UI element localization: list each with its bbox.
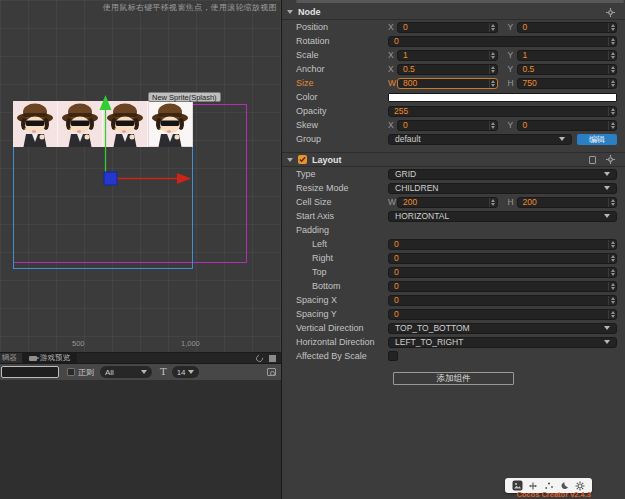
stepper-control[interactable]	[608, 310, 616, 319]
console-log-area[interactable]	[0, 380, 281, 499]
gear-icon[interactable]	[575, 481, 585, 491]
help-doc-icon[interactable]	[589, 156, 596, 164]
group-dropdown[interactable]: default	[388, 134, 572, 145]
cell-size-w-value: 200	[398, 198, 489, 207]
padding-bottom-field[interactable]: 0	[388, 281, 617, 292]
moon-icon[interactable]	[560, 481, 570, 491]
stepper-control[interactable]	[489, 79, 497, 88]
spacing-y-field[interactable]: 0	[388, 309, 617, 320]
sprite-character-selected[interactable]	[148, 101, 193, 147]
start-axis-dropdown[interactable]: HORIZONTAL	[388, 211, 617, 222]
stepper-control[interactable]	[608, 198, 616, 207]
spacing-x-label: Spacing X	[296, 295, 388, 305]
padding-left-field[interactable]: 0	[388, 239, 617, 250]
horizontal-direction-dropdown[interactable]: LEFT_TO_RIGHT	[388, 337, 617, 348]
affected-by-scale-checkbox[interactable]	[388, 351, 398, 361]
cell-size-w-field[interactable]: 200	[397, 197, 498, 208]
edit-group-button[interactable]: 编辑	[577, 134, 617, 145]
scene-view[interactable]: 使用鼠标右键平移视窗焦点，使用滚轮缩放视图	[0, 0, 281, 352]
camera-tab-icon	[29, 356, 37, 361]
scale-x-field[interactable]: 1	[397, 50, 498, 61]
row-padding-right: Right 0	[282, 251, 625, 265]
pan-tool-icon[interactable]	[528, 481, 538, 491]
stepper-control[interactable]	[608, 65, 616, 74]
log-filter-dropdown[interactable]: All	[100, 366, 152, 378]
type-dropdown[interactable]: GRID	[388, 169, 617, 180]
stepper-control[interactable]	[489, 23, 497, 32]
stepper-control[interactable]	[608, 121, 616, 130]
position-y-field[interactable]: 0	[517, 22, 618, 33]
sprite-character[interactable]	[103, 101, 148, 147]
spacing-x-field[interactable]: 0	[388, 295, 617, 306]
resize-mode-value: CHILDREN	[395, 184, 604, 193]
collapse-arrow-icon[interactable]	[287, 158, 293, 162]
padding-top-field[interactable]: 0	[388, 267, 617, 278]
rotation-field[interactable]: 0	[388, 36, 617, 47]
chevron-down-icon	[604, 326, 610, 330]
color-swatch[interactable]	[388, 93, 617, 102]
inspector-panel: Node Position X 0 Y	[282, 0, 625, 499]
sprite-row[interactable]	[13, 101, 193, 147]
collapse-arrow-icon[interactable]	[287, 10, 293, 14]
row-size: Size W 800 H 750	[282, 76, 625, 90]
character-sprite-icon	[103, 101, 148, 147]
size-h-field[interactable]: 750	[517, 78, 618, 89]
stepper-control[interactable]	[489, 198, 497, 207]
anchor-y-value: 0.5	[518, 65, 609, 74]
stepper-control[interactable]	[608, 51, 616, 60]
node-section-header[interactable]: Node	[282, 5, 625, 20]
sparkle-icon[interactable]	[544, 481, 554, 491]
layout-enabled-checkbox[interactable]	[298, 155, 307, 164]
padding-right-field[interactable]: 0	[388, 253, 617, 264]
opacity-field[interactable]: 255	[388, 106, 617, 117]
gear-icon[interactable]	[606, 8, 615, 17]
cell-size-h-field[interactable]: 200	[517, 197, 618, 208]
sprite-character[interactable]	[13, 101, 58, 147]
stepper-control[interactable]	[608, 268, 616, 277]
regex-checkbox[interactable]	[67, 368, 75, 376]
add-component-button[interactable]: 添加组件	[393, 372, 514, 385]
chevron-down-icon	[141, 370, 147, 374]
inspector-scrollbar-track[interactable]	[296, 0, 624, 3]
padding-left-label: Left	[312, 239, 388, 249]
opacity-label: Opacity	[296, 106, 388, 116]
stepper-control[interactable]	[608, 240, 616, 249]
gear-icon[interactable]	[606, 155, 615, 164]
refresh-icon[interactable]	[255, 353, 265, 363]
skew-y-field[interactable]: 0	[517, 120, 618, 131]
row-group: Group default 编辑	[282, 132, 625, 146]
sprite-character[interactable]	[58, 101, 103, 147]
stepper-control[interactable]	[608, 282, 616, 291]
panel-menu-icon[interactable]	[269, 355, 276, 362]
row-spacing-y: Spacing Y 0	[282, 307, 625, 321]
stepper-control[interactable]	[608, 79, 616, 88]
stepper-control[interactable]	[489, 65, 497, 74]
stepper-control[interactable]	[489, 51, 497, 60]
resize-mode-dropdown[interactable]: CHILDREN	[388, 183, 617, 194]
x-prefix: X	[388, 64, 397, 74]
capture-icon[interactable]	[267, 368, 276, 376]
padding-left-value: 0	[389, 240, 608, 249]
size-w-field[interactable]: 800	[397, 78, 498, 89]
scale-y-field[interactable]: 1	[517, 50, 618, 61]
tab-game-preview[interactable]: 游戏预览	[22, 353, 77, 363]
stepper-control[interactable]	[608, 296, 616, 305]
stepper-control[interactable]	[608, 37, 616, 46]
layout-section-header[interactable]: Layout	[282, 152, 625, 167]
skew-x-field[interactable]: 0	[397, 120, 498, 131]
anchor-x-field[interactable]: 0.5	[397, 64, 498, 75]
layout-section-title: Layout	[312, 155, 342, 165]
stepper-control[interactable]	[608, 254, 616, 263]
w-prefix: W	[388, 197, 397, 207]
row-layout-type: Type GRID	[282, 167, 625, 181]
padding-top-value: 0	[389, 268, 608, 277]
anchor-y-field[interactable]: 0.5	[517, 64, 618, 75]
position-x-field[interactable]: 0	[397, 22, 498, 33]
console-search-input[interactable]	[1, 366, 59, 378]
vertical-direction-dropdown[interactable]: TOP_TO_BOTTOM	[388, 323, 617, 334]
tab-editor-partial[interactable]: 辑器	[0, 353, 22, 363]
stepper-control[interactable]	[489, 121, 497, 130]
stepper-control[interactable]	[608, 107, 616, 116]
stepper-control[interactable]	[608, 23, 616, 32]
font-size-dropdown[interactable]: 14	[172, 366, 199, 378]
